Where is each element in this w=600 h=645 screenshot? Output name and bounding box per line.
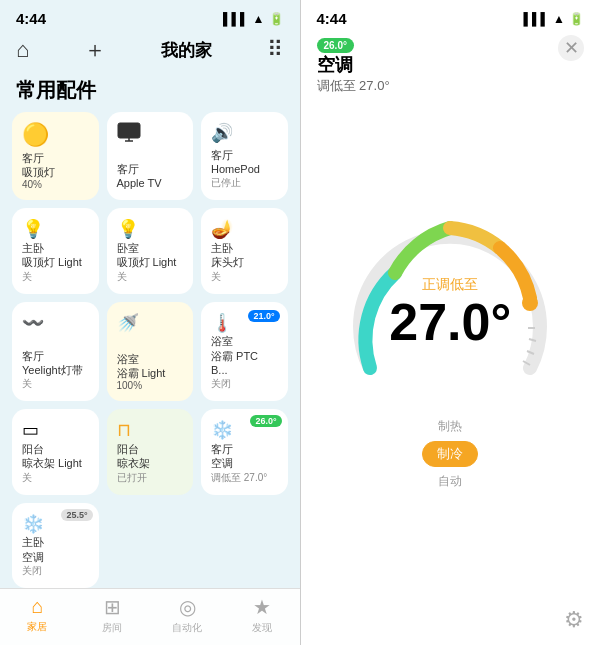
close-button[interactable]: ✕ bbox=[558, 35, 584, 61]
shower-light-label: 浴室浴霸 Light bbox=[117, 352, 184, 381]
master-ac-badge: 25.5° bbox=[61, 509, 92, 521]
master-ac-label: 主卧空调 bbox=[22, 535, 89, 564]
balcony-rack-icon: ⊓ bbox=[117, 419, 184, 441]
shower-ptc-badge: 21.0° bbox=[248, 310, 279, 322]
master-ac-status: 关闭 bbox=[22, 564, 89, 578]
temperature-dial[interactable]: 正调低至 27.0° bbox=[340, 198, 560, 418]
left-panel: 4:44 ▌▌▌ ▲ 🔋 ⌂ ＋ 我的家 ⠿ 常用配件 🟡 客厅吸顶灯 40% bbox=[0, 0, 300, 645]
tile-apple-tv[interactable]: 客厅Apple TV bbox=[107, 112, 194, 200]
tile-ceiling-light[interactable]: 🟡 客厅吸顶灯 40% bbox=[12, 112, 99, 200]
tab-discover[interactable]: ★ 发现 bbox=[225, 595, 300, 635]
mode-row: 制热 bbox=[438, 418, 462, 435]
living-ac-status: 调低至 27.0° bbox=[211, 471, 278, 485]
tile-master-ac[interactable]: 25.5° ❄️ 主卧空调 关闭 bbox=[12, 503, 99, 588]
gear-row: ⚙ bbox=[301, 603, 601, 645]
yeelight-icon: 〰️ bbox=[22, 312, 89, 334]
bedside-status: 关 bbox=[211, 270, 278, 284]
homepod-icon: 🔊 bbox=[211, 122, 278, 144]
ceiling-light-label: 客厅吸顶灯 bbox=[22, 151, 89, 180]
right-time: 4:44 bbox=[317, 10, 347, 27]
tile-yeelight[interactable]: 〰️ 客厅Yeelight灯带 关 bbox=[12, 302, 99, 402]
tab-rooms[interactable]: ⊞ 房间 bbox=[75, 595, 150, 635]
tile-balcony-rack[interactable]: ⊓ 阳台晾衣架 已打开 bbox=[107, 409, 194, 494]
mode-buttons-row: 制冷 bbox=[422, 441, 478, 467]
battery-icon: 🔋 bbox=[269, 12, 284, 26]
right-status-bar: 4:44 ▌▌▌ ▲ 🔋 bbox=[301, 0, 601, 31]
tile-shower-ptc[interactable]: 21.0° 🌡️ 浴室浴霸 PTC B... 关闭 bbox=[201, 302, 288, 402]
home-nav-icon[interactable]: ⌂ bbox=[16, 37, 29, 63]
tab-home-icon: ⌂ bbox=[31, 595, 43, 618]
svg-point-1 bbox=[522, 295, 538, 311]
right-panel: 4:44 ▌▌▌ ▲ 🔋 26.0° 空调 调低至 27.0° ✕ bbox=[301, 0, 601, 645]
living-ac-badge: 26.0° bbox=[250, 415, 281, 427]
tab-rooms-label: 房间 bbox=[102, 621, 122, 635]
tab-home-label: 家居 bbox=[27, 620, 47, 634]
settings-icon[interactable]: ⚙ bbox=[564, 607, 584, 633]
tile-shower-light[interactable]: 🚿 浴室浴霸 Light 100% bbox=[107, 302, 194, 402]
ac-title: 空调 bbox=[317, 53, 390, 77]
mode-cool-button[interactable]: 制冷 bbox=[422, 441, 478, 467]
menu-icon[interactable]: ⠿ bbox=[267, 37, 283, 63]
bedroom-light-status: 关 bbox=[117, 270, 184, 284]
tile-master-ceiling[interactable]: 💡 主卧吸顶灯 Light 关 bbox=[12, 208, 99, 293]
shower-ptc-label: 浴室浴霸 PTC B... bbox=[211, 334, 278, 377]
shower-light-status: 100% bbox=[117, 380, 184, 391]
tab-automation-icon: ◎ bbox=[179, 595, 196, 619]
tile-balcony-light[interactable]: ▭ 阳台晾衣架 Light 关 bbox=[12, 409, 99, 494]
mode-auto-row: 自动 bbox=[438, 473, 462, 490]
yeelight-label: 客厅Yeelight灯带 bbox=[22, 349, 89, 378]
left-status-bar: 4:44 ▌▌▌ ▲ 🔋 bbox=[0, 0, 300, 31]
bottom-tab-bar: ⌂ 家居 ⊞ 房间 ◎ 自动化 ★ 发现 bbox=[0, 588, 300, 645]
bedside-icon: 🪔 bbox=[211, 218, 278, 240]
shower-ptc-status: 关闭 bbox=[211, 377, 278, 391]
ceiling-light-icon: 🟡 bbox=[22, 122, 89, 148]
right-signal-icon: ▌▌▌ bbox=[524, 12, 550, 26]
tile-homepod[interactable]: 🔊 客厅HomePod 已停止 bbox=[201, 112, 288, 200]
tab-rooms-icon: ⊞ bbox=[104, 595, 121, 619]
tile-bedside[interactable]: 🪔 主卧床头灯 关 bbox=[201, 208, 288, 293]
balcony-rack-label: 阳台晾衣架 bbox=[117, 442, 184, 471]
tile-bedroom-light[interactable]: 💡 卧室吸顶灯 Light 关 bbox=[107, 208, 194, 293]
tab-discover-icon: ★ bbox=[253, 595, 271, 619]
dial-temperature: 27.0° bbox=[389, 296, 511, 348]
svg-rect-0 bbox=[118, 123, 140, 138]
balcony-light-status: 关 bbox=[22, 471, 89, 485]
add-icon[interactable]: ＋ bbox=[84, 35, 106, 65]
bedroom-light-icon: 💡 bbox=[117, 218, 184, 240]
mode-heat-label: 制热 bbox=[438, 418, 462, 435]
signal-icon: ▌▌▌ bbox=[223, 12, 249, 26]
mode-auto-label: 自动 bbox=[438, 473, 462, 490]
balcony-light-icon: ▭ bbox=[22, 419, 89, 441]
master-ceiling-label: 主卧吸顶灯 Light bbox=[22, 241, 89, 270]
balcony-light-label: 阳台晾衣架 Light bbox=[22, 442, 89, 471]
homepod-label: 客厅HomePod bbox=[211, 148, 278, 177]
living-ac-label: 客厅空调 bbox=[211, 442, 278, 471]
mode-section: 制热 制冷 自动 bbox=[422, 418, 478, 500]
tab-home[interactable]: ⌂ 家居 bbox=[0, 595, 75, 635]
tab-discover-label: 发现 bbox=[252, 621, 272, 635]
yeelight-status: 关 bbox=[22, 377, 89, 391]
right-status-icons: ▌▌▌ ▲ 🔋 bbox=[524, 12, 584, 26]
apple-tv-label: 客厅Apple TV bbox=[117, 162, 184, 191]
homepod-status: 已停止 bbox=[211, 176, 278, 190]
apple-tv-icon bbox=[117, 122, 184, 147]
ac-title-group: 26.0° 空调 调低至 27.0° bbox=[317, 35, 390, 95]
nav-title: 我的家 bbox=[161, 39, 212, 62]
tab-automation-label: 自动化 bbox=[172, 621, 202, 635]
nav-bar: ⌂ ＋ 我的家 ⠿ bbox=[0, 31, 300, 73]
balcony-rack-status: 已打开 bbox=[117, 471, 184, 485]
master-ceiling-icon: 💡 bbox=[22, 218, 89, 240]
right-battery-icon: 🔋 bbox=[569, 12, 584, 26]
accessories-grid: 🟡 客厅吸顶灯 40% 客厅Apple TV 🔊 客厅H bbox=[0, 112, 300, 588]
shower-light-icon: 🚿 bbox=[117, 312, 184, 334]
dial-container: 正调低至 27.0° 制热 制冷 自动 bbox=[301, 95, 601, 603]
ac-temp-badge: 26.0° bbox=[317, 38, 354, 53]
bedroom-light-label: 卧室吸顶灯 Light bbox=[117, 241, 184, 270]
tab-automation[interactable]: ◎ 自动化 bbox=[150, 595, 225, 635]
ceiling-light-status: 40% bbox=[22, 179, 89, 190]
dial-status-label: 正调低至 bbox=[389, 276, 511, 294]
wifi-icon: ▲ bbox=[253, 12, 265, 26]
ac-subtitle: 调低至 27.0° bbox=[317, 77, 390, 95]
tile-living-ac[interactable]: 26.0° ❄️ 客厅空调 调低至 27.0° bbox=[201, 409, 288, 494]
ac-header: 26.0° 空调 调低至 27.0° ✕ bbox=[301, 31, 601, 95]
